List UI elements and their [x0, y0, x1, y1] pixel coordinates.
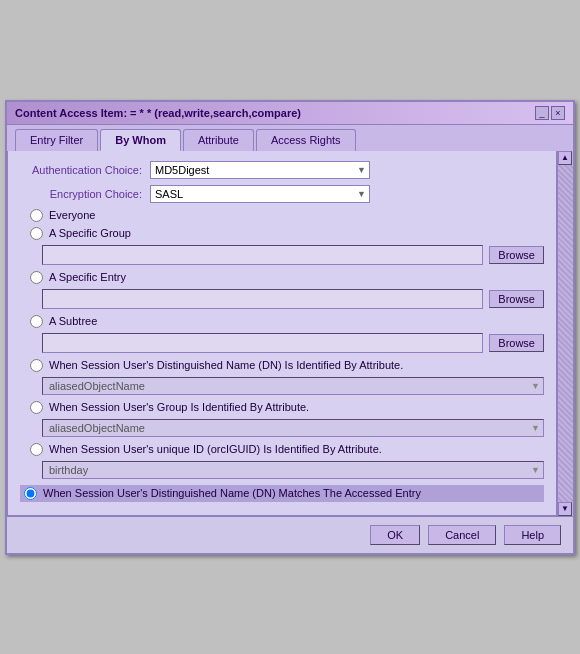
specific-group-browse-button[interactable]: Browse	[489, 246, 544, 264]
encryption-row: Encryption Choice: SASL None SSL	[20, 185, 544, 203]
scrollbar: ▲ ▼	[557, 151, 573, 516]
radio-session-group-attr-label: When Session User's Group Is Identified …	[49, 401, 309, 413]
session-dn-attr-select-wrapper: aliasedObjectName	[42, 377, 544, 395]
radio-session-dn-attr-row: When Session User's Distinguished Name (…	[20, 359, 544, 372]
radio-subtree-row: A Subtree	[20, 315, 544, 328]
specific-entry-input[interactable]	[42, 289, 483, 309]
session-dn-attr-select[interactable]: aliasedObjectName	[42, 377, 544, 395]
radio-specific-entry-row: A Specific Entry	[20, 271, 544, 284]
subtree-browse-button[interactable]: Browse	[489, 334, 544, 352]
specific-group-input-row: Browse	[42, 245, 544, 265]
window-title: Content Access Item: = * * (read,write,s…	[15, 107, 301, 119]
tab-by-whom[interactable]: By Whom	[100, 129, 181, 151]
session-uid-attr-dropdown-row: birthday	[42, 461, 544, 479]
authentication-row: Authentication Choice: MD5Digest Simple …	[20, 161, 544, 179]
specific-group-input[interactable]	[42, 245, 483, 265]
radio-everyone[interactable]	[30, 209, 43, 222]
help-button[interactable]: Help	[504, 525, 561, 545]
cancel-button[interactable]: Cancel	[428, 525, 496, 545]
radio-specific-group-label: A Specific Group	[49, 227, 131, 239]
radio-everyone-label: Everyone	[49, 209, 95, 221]
radio-session-uid-attr-label: When Session User's unique ID (orcIGUID)…	[49, 443, 382, 455]
radio-session-group-attr-row: When Session User's Group Is Identified …	[20, 401, 544, 414]
radio-subtree[interactable]	[30, 315, 43, 328]
radio-session-uid-attr[interactable]	[30, 443, 43, 456]
tab-content: Authentication Choice: MD5Digest Simple …	[7, 151, 557, 516]
scroll-up-button[interactable]: ▲	[558, 151, 572, 165]
authentication-select-wrapper: MD5Digest Simple SSL	[150, 161, 370, 179]
tab-bar: Entry Filter By Whom Attribute Access Ri…	[7, 125, 573, 151]
authentication-label: Authentication Choice:	[20, 164, 150, 176]
session-dn-attr-dropdown-row: aliasedObjectName	[42, 377, 544, 395]
session-uid-attr-select-wrapper: birthday	[42, 461, 544, 479]
radio-specific-group-row: A Specific Group	[20, 227, 544, 240]
radio-everyone-row: Everyone	[20, 209, 544, 222]
encryption-select-wrapper: SASL None SSL	[150, 185, 370, 203]
radio-specific-entry[interactable]	[30, 271, 43, 284]
radio-subtree-label: A Subtree	[49, 315, 97, 327]
main-window: Content Access Item: = * * (read,write,s…	[5, 100, 575, 555]
tab-access-rights[interactable]: Access Rights	[256, 129, 356, 151]
footer: OK Cancel Help	[7, 516, 573, 553]
subtree-input[interactable]	[42, 333, 483, 353]
session-group-attr-select-wrapper: aliasedObjectName	[42, 419, 544, 437]
radio-session-dn-matches[interactable]	[24, 487, 37, 500]
tab-attribute[interactable]: Attribute	[183, 129, 254, 151]
close-button[interactable]: ×	[551, 106, 565, 120]
scroll-down-button[interactable]: ▼	[558, 502, 572, 516]
radio-specific-entry-label: A Specific Entry	[49, 271, 126, 283]
session-group-attr-dropdown-row: aliasedObjectName	[42, 419, 544, 437]
radio-specific-group[interactable]	[30, 227, 43, 240]
radio-session-dn-matches-row: When Session User's Distinguished Name (…	[20, 485, 544, 502]
content-area: Authentication Choice: MD5Digest Simple …	[7, 151, 573, 516]
minimize-button[interactable]: _	[535, 106, 549, 120]
encryption-label: Encryption Choice:	[20, 188, 150, 200]
radio-session-group-attr[interactable]	[30, 401, 43, 414]
title-controls: _ ×	[535, 106, 565, 120]
subtree-input-row: Browse	[42, 333, 544, 353]
authentication-select[interactable]: MD5Digest Simple SSL	[150, 161, 370, 179]
radio-session-dn-attr[interactable]	[30, 359, 43, 372]
ok-button[interactable]: OK	[370, 525, 420, 545]
session-group-attr-select[interactable]: aliasedObjectName	[42, 419, 544, 437]
session-uid-attr-select[interactable]: birthday	[42, 461, 544, 479]
encryption-select[interactable]: SASL None SSL	[150, 185, 370, 203]
radio-session-dn-matches-label: When Session User's Distinguished Name (…	[43, 487, 421, 499]
radio-session-uid-attr-row: When Session User's unique ID (orcIGUID)…	[20, 443, 544, 456]
radio-session-dn-attr-label: When Session User's Distinguished Name (…	[49, 359, 403, 371]
scroll-track	[558, 165, 573, 502]
tab-entry-filter[interactable]: Entry Filter	[15, 129, 98, 151]
specific-entry-browse-button[interactable]: Browse	[489, 290, 544, 308]
title-bar: Content Access Item: = * * (read,write,s…	[7, 102, 573, 125]
specific-entry-input-row: Browse	[42, 289, 544, 309]
